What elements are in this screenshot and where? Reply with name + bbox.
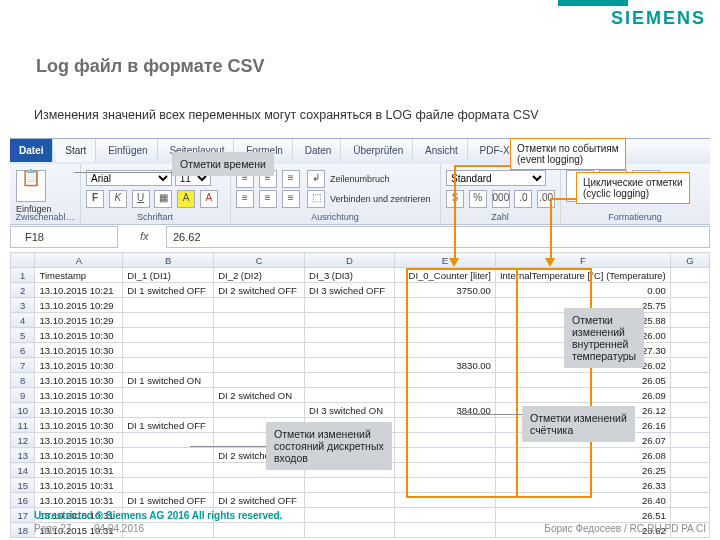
row-header[interactable]: 12: [11, 433, 35, 448]
col-header[interactable]: [11, 253, 35, 268]
row-header[interactable]: 3: [11, 298, 35, 313]
cell[interactable]: [305, 328, 395, 343]
row-header[interactable]: 7: [11, 358, 35, 373]
cell[interactable]: [123, 328, 214, 343]
col-header[interactable]: G: [670, 253, 709, 268]
tab-data[interactable]: Daten: [296, 139, 342, 162]
cell[interactable]: [123, 358, 214, 373]
row-header[interactable]: 9: [11, 388, 35, 403]
underline-icon[interactable]: U: [132, 190, 150, 208]
row-header[interactable]: 17: [11, 508, 35, 523]
col-header[interactable]: B: [123, 253, 214, 268]
cell[interactable]: [305, 388, 395, 403]
align-right-icon[interactable]: ≡: [282, 190, 300, 208]
cell[interactable]: [394, 298, 495, 313]
cell[interactable]: [394, 493, 495, 508]
tab-start[interactable]: Start: [56, 139, 96, 162]
cell[interactable]: DI_2 (DI2): [214, 268, 305, 283]
cell[interactable]: DI 3 swiched OFF: [305, 283, 395, 298]
name-box[interactable]: F18: [10, 226, 118, 248]
row-header[interactable]: 18: [11, 523, 35, 538]
cell[interactable]: DI 1 switched OFF: [123, 418, 214, 433]
cell[interactable]: DI 3 switched ON: [305, 403, 395, 418]
cell[interactable]: [394, 343, 495, 358]
cell[interactable]: InternalTemperature [°C] (Temperature): [495, 268, 670, 283]
row-header[interactable]: 2: [11, 283, 35, 298]
cell[interactable]: DI 2 switched OFF: [214, 493, 305, 508]
cell[interactable]: [123, 463, 214, 478]
col-header[interactable]: C: [214, 253, 305, 268]
cell[interactable]: [123, 403, 214, 418]
cell[interactable]: [214, 343, 305, 358]
row-header[interactable]: 4: [11, 313, 35, 328]
cell[interactable]: [670, 418, 709, 433]
cell[interactable]: [305, 478, 395, 493]
cell[interactable]: 13.10.2015 10:31: [35, 478, 123, 493]
cell[interactable]: [305, 358, 395, 373]
cell[interactable]: DI 1 switched ON: [123, 373, 214, 388]
cell[interactable]: [214, 358, 305, 373]
cell[interactable]: 26.40: [495, 493, 670, 508]
cell[interactable]: [394, 328, 495, 343]
cell[interactable]: DI 1 switched OFF: [123, 493, 214, 508]
cell[interactable]: Timestamp: [35, 268, 123, 283]
merge-icon[interactable]: ⬚: [307, 190, 325, 208]
cell[interactable]: 13.10.2015 10:29: [35, 313, 123, 328]
cell[interactable]: [670, 388, 709, 403]
cell[interactable]: [394, 388, 495, 403]
cell[interactable]: 13.10.2015 10:21: [35, 283, 123, 298]
col-header[interactable]: F: [495, 253, 670, 268]
cell[interactable]: 26.25: [495, 463, 670, 478]
cell[interactable]: [670, 373, 709, 388]
border-icon[interactable]: ▦: [154, 190, 172, 208]
cell[interactable]: 3750.00: [394, 283, 495, 298]
cell[interactable]: [214, 478, 305, 493]
cell[interactable]: [214, 373, 305, 388]
cell[interactable]: 26.08: [495, 448, 670, 463]
cell[interactable]: [305, 343, 395, 358]
row-header[interactable]: 8: [11, 373, 35, 388]
cell[interactable]: [670, 283, 709, 298]
row-header[interactable]: 14: [11, 463, 35, 478]
cell[interactable]: 13.10.2015 10:30: [35, 418, 123, 433]
italic-icon[interactable]: K: [109, 190, 127, 208]
cell[interactable]: [670, 313, 709, 328]
row-header[interactable]: 11: [11, 418, 35, 433]
row-header[interactable]: 6: [11, 343, 35, 358]
tab-insert[interactable]: Einfügen: [99, 139, 157, 162]
row-header[interactable]: 16: [11, 493, 35, 508]
cell[interactable]: 13.10.2015 10:29: [35, 298, 123, 313]
formula-bar[interactable]: 26.62: [166, 226, 710, 248]
paste-icon[interactable]: 📋: [16, 170, 46, 202]
cell[interactable]: DI_0_Counter [liter]: [394, 268, 495, 283]
fill-icon[interactable]: A: [177, 190, 195, 208]
col-header[interactable]: D: [305, 253, 395, 268]
cell[interactable]: [214, 298, 305, 313]
dec-inc-icon[interactable]: .0: [514, 190, 532, 208]
cell[interactable]: [670, 493, 709, 508]
col-header[interactable]: E: [394, 253, 495, 268]
cell[interactable]: [670, 478, 709, 493]
cell[interactable]: [305, 493, 395, 508]
cell[interactable]: [214, 403, 305, 418]
cell[interactable]: [670, 448, 709, 463]
cell[interactable]: [394, 463, 495, 478]
tab-file[interactable]: Datei: [10, 139, 53, 162]
cell[interactable]: [123, 313, 214, 328]
cell[interactable]: [670, 463, 709, 478]
cell[interactable]: [123, 388, 214, 403]
cell[interactable]: 3830.00: [394, 358, 495, 373]
cell[interactable]: 13.10.2015 10:31: [35, 493, 123, 508]
cell[interactable]: DI 2 switched ON: [214, 388, 305, 403]
row-header[interactable]: 10: [11, 403, 35, 418]
col-header[interactable]: A: [35, 253, 123, 268]
cell[interactable]: [670, 358, 709, 373]
cell[interactable]: 13.10.2015 10:30: [35, 403, 123, 418]
align-left-icon[interactable]: ≡: [236, 190, 254, 208]
cell[interactable]: [394, 313, 495, 328]
cell[interactable]: DI 1 switched OFF: [123, 283, 214, 298]
cell[interactable]: [394, 433, 495, 448]
cell[interactable]: 13.10.2015 10:30: [35, 433, 123, 448]
align-center-icon[interactable]: ≡: [259, 190, 277, 208]
cell[interactable]: [670, 268, 709, 283]
